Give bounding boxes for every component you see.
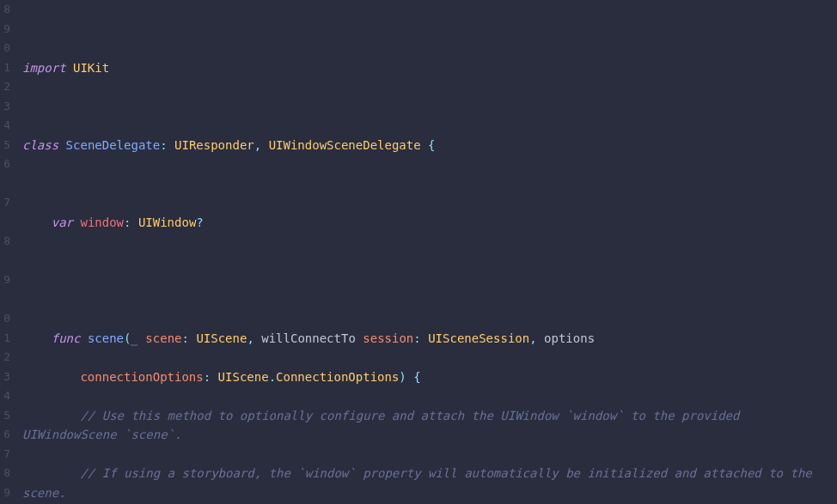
line-number: 1 bbox=[0, 329, 12, 349]
type-ref: ConnectionOptions bbox=[276, 370, 399, 384]
comment: // If using a storyboard, the `window` p… bbox=[22, 466, 819, 500]
punct: . bbox=[269, 370, 276, 384]
code-area[interactable]: import UIKit class SceneDelegate: UIResp… bbox=[12, 0, 837, 504]
line-number: 9 bbox=[0, 483, 12, 503]
line-number: 7 bbox=[0, 193, 12, 213]
punct: : bbox=[182, 331, 189, 345]
line-number: 5 bbox=[0, 406, 12, 426]
line-number: 0 bbox=[0, 309, 12, 329]
keyword-import: import bbox=[22, 61, 66, 75]
code-line[interactable]: var window: UIWindow? bbox=[22, 213, 837, 233]
line-number: 1 bbox=[0, 58, 12, 78]
line-number: 8 bbox=[0, 0, 12, 20]
param-name: scene bbox=[145, 331, 181, 345]
line-number: 8 bbox=[0, 464, 12, 483]
line-number bbox=[0, 290, 12, 310]
keyword-var: var bbox=[52, 216, 73, 229]
type-ref: UIWindow bbox=[138, 216, 196, 229]
punct: : bbox=[160, 138, 167, 152]
keyword-func: func bbox=[52, 331, 81, 345]
code-line[interactable] bbox=[22, 290, 837, 310]
line-number bbox=[0, 174, 12, 194]
type-ref: UISceneSession bbox=[428, 331, 529, 345]
code-line[interactable]: // Use this method to optionally configu… bbox=[22, 406, 837, 445]
code-line[interactable]: class SceneDelegate: UIResponder, UIWind… bbox=[22, 136, 837, 155]
line-number: 4 bbox=[0, 386, 12, 406]
punct: ) bbox=[399, 370, 406, 384]
line-number: 6 bbox=[0, 155, 12, 174]
line-number: 5 bbox=[0, 136, 12, 155]
param-label: willConnectTo bbox=[261, 331, 356, 345]
param-label: options bbox=[544, 331, 595, 345]
type-ref: UIScene bbox=[196, 331, 247, 345]
line-number: 7 bbox=[0, 445, 12, 465]
line-number bbox=[0, 213, 12, 233]
punct: { bbox=[428, 138, 435, 152]
module-name: UIKit bbox=[73, 61, 109, 75]
line-number: 8 bbox=[0, 232, 12, 252]
code-line[interactable] bbox=[22, 20, 837, 39]
type-ref: UIWindowSceneDelegate bbox=[269, 138, 421, 152]
line-number bbox=[0, 252, 12, 271]
line-number: 2 bbox=[0, 348, 12, 367]
comment: // Use this method to optionally configu… bbox=[22, 409, 747, 442]
line-number: 3 bbox=[0, 97, 12, 117]
line-number: 6 bbox=[0, 425, 12, 445]
keyword-class: class bbox=[22, 138, 58, 152]
punct: : bbox=[124, 216, 131, 229]
code-line[interactable]: func scene(_ scene: UIScene, willConnect… bbox=[22, 329, 837, 349]
type-ref: UIScene bbox=[218, 370, 269, 384]
code-line[interactable]: import UIKit bbox=[22, 58, 837, 78]
punct: , bbox=[254, 138, 261, 152]
line-number: 3 bbox=[0, 367, 12, 387]
type-ref: UIResponder bbox=[174, 138, 254, 152]
line-number: 0 bbox=[0, 39, 12, 58]
line-number: 9 bbox=[0, 270, 12, 290]
func-name: scene bbox=[88, 331, 124, 345]
line-number: 2 bbox=[0, 77, 12, 97]
line-number: 4 bbox=[0, 116, 12, 136]
line-number: 9 bbox=[0, 20, 12, 39]
punct: , bbox=[247, 331, 254, 345]
class-name: SceneDelegate bbox=[66, 138, 161, 152]
property-name: window bbox=[80, 216, 124, 229]
punct: ? bbox=[196, 216, 203, 229]
punct: { bbox=[413, 370, 420, 384]
punct: , bbox=[529, 331, 536, 345]
line-number-gutter: 8 9 0 1 2 3 4 5 6 7 8 9 0 1 2 3 4 5 6 7 … bbox=[0, 0, 12, 504]
code-editor: 8 9 0 1 2 3 4 5 6 7 8 9 0 1 2 3 4 5 6 7 … bbox=[0, 0, 837, 504]
code-line[interactable] bbox=[22, 252, 837, 271]
punct: : bbox=[204, 370, 211, 384]
code-line-wrap[interactable]: connectionOptions: UIScene.ConnectionOpt… bbox=[22, 367, 837, 387]
param-name: connectionOptions bbox=[80, 370, 203, 384]
code-line[interactable] bbox=[22, 174, 837, 194]
underscore: _ bbox=[131, 331, 137, 345]
param-name: session bbox=[363, 331, 413, 345]
punct: : bbox=[413, 331, 420, 345]
code-line[interactable]: // If using a storyboard, the `window` p… bbox=[22, 464, 837, 502]
code-line[interactable] bbox=[22, 97, 837, 117]
